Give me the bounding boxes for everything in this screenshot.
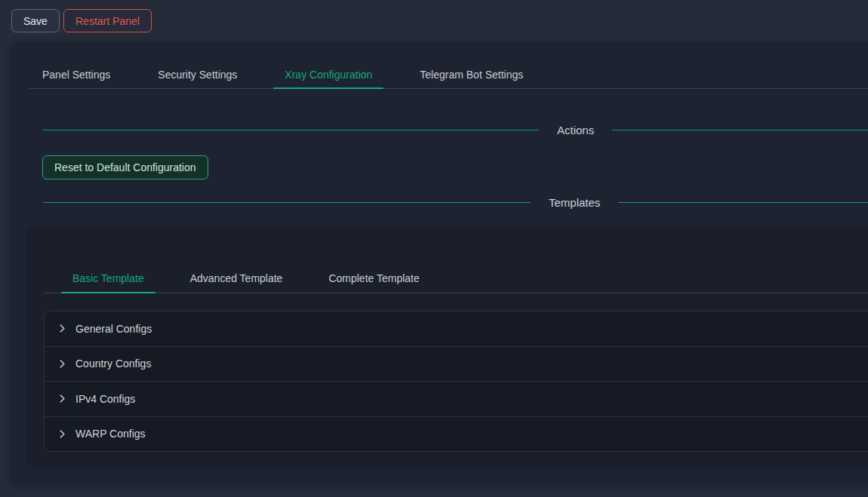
actions-section-title: Actions: [539, 124, 612, 137]
settings-tab-bar: Panel Settings Security Settings Xray Co…: [29, 60, 868, 89]
chevron-right-icon: [57, 359, 67, 369]
tab-panel-settings[interactable]: Panel Settings: [31, 60, 122, 88]
tab-telegram-bot-settings[interactable]: Telegram Bot Settings: [408, 60, 534, 88]
collapse-header-warp-configs[interactable]: WARP Configs: [45, 416, 868, 452]
reset-to-default-configuration-button[interactable]: Reset to Default Configuration: [42, 155, 208, 179]
templates-section-title: Templates: [531, 196, 618, 209]
collapse-header-label: Country Configs: [75, 357, 151, 370]
top-toolbar: Save Restart Panel: [0, 0, 868, 38]
collapse-header-label: IPv4 Configs: [75, 393, 135, 405]
chevron-right-icon: [57, 324, 67, 333]
config-groups-collapse: General Configs Country Configs IPv4 Con…: [44, 311, 868, 452]
collapse-header-label: General Configs: [75, 323, 152, 335]
divider-line: [612, 130, 868, 130]
xray-configuration-page: Save Restart Panel Panel Settings Securi…: [0, 0, 868, 497]
divider-line: [618, 202, 868, 203]
chevron-right-icon: [57, 429, 67, 439]
tab-complete-template[interactable]: Complete Template: [317, 264, 430, 293]
collapse-header-ipv4-configs[interactable]: IPv4 Configs: [45, 381, 868, 416]
chevron-right-icon: [57, 394, 67, 403]
collapse-header-label: WARP Configs: [75, 428, 146, 440]
tab-xray-configuration[interactable]: Xray Configuration: [273, 60, 383, 88]
template-tab-bar: Basic Template Advanced Template Complet…: [43, 264, 868, 293]
actions-section-divider: Actions: [43, 121, 868, 139]
tab-basic-template[interactable]: Basic Template: [61, 264, 155, 293]
templates-section-divider: Templates: [43, 193, 868, 211]
collapse-header-country-configs[interactable]: Country Configs: [45, 346, 868, 382]
save-button[interactable]: Save: [11, 9, 60, 32]
restart-panel-button[interactable]: Restart Panel: [63, 9, 152, 32]
tab-security-settings[interactable]: Security Settings: [146, 60, 248, 88]
tab-advanced-template[interactable]: Advanced Template: [179, 264, 294, 293]
divider-line: [43, 130, 539, 130]
collapse-header-general-configs[interactable]: General Configs: [45, 311, 868, 346]
divider-line: [43, 202, 531, 203]
